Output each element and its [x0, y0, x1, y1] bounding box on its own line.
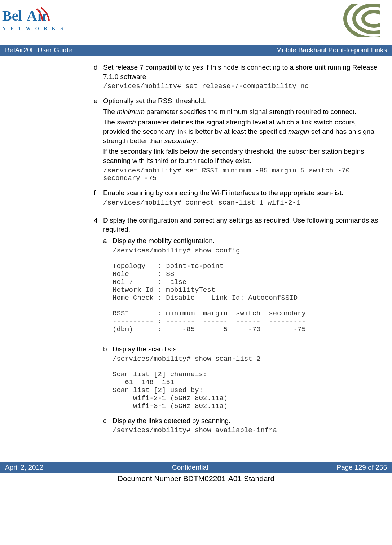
substep-a: a Display the mobility configuration. /s… — [103, 236, 385, 337]
document-number: Document Number BDTM02201-A01 Standard — [0, 473, 392, 483]
svg-point-5 — [354, 5, 385, 32]
footer-date: April 2, 2012 — [5, 463, 44, 471]
paragraph: If the secondary link falls below the se… — [103, 147, 385, 165]
text: Optionally set the RSSI threshold. — [103, 96, 385, 106]
substep-c: c Display the links detected by scanning… — [103, 416, 385, 438]
step-4: 4 Display the configuration and correct … — [94, 216, 385, 234]
step-d: d Set release 7 compatibility to yes if … — [94, 63, 385, 94]
code-block: /services/mobility# connect scan-list 1 … — [103, 199, 385, 207]
content-area: d Set release 7 compatibility to yes if … — [0, 56, 392, 448]
svg-text:Bel: Bel — [2, 8, 22, 24]
logo: Bel A ir N E T W O R K S — [0, 7, 67, 36]
svg-text:ir: ir — [38, 8, 48, 24]
text: Display the mobility configuration. — [113, 236, 385, 246]
doc-title-right: Mobile Backhaul Point-to-point Links — [276, 46, 387, 54]
svg-rect-7 — [380, 4, 385, 37]
text: Display the scan lists. — [113, 344, 385, 354]
text: Set release 7 compatibility to yes if th… — [103, 63, 377, 80]
code-block: /services/mobility# show available-infra — [113, 427, 385, 435]
code-block: /services/mobility# show config Topology… — [113, 247, 385, 334]
code-block: /services/mobility# set RSSI minimum -85… — [103, 167, 385, 183]
logo-networks-text: N E T W O R K S — [2, 26, 65, 31]
code-block: /services/mobility# show scan-list 2 Sca… — [113, 355, 385, 410]
step-f: f Enable scanning by connecting the Wi-F… — [94, 188, 385, 210]
item-marker: e — [94, 96, 103, 186]
svg-text:A: A — [27, 8, 37, 24]
item-marker: 4 — [94, 216, 103, 234]
code-block: /services/mobility# set release-7-compat… — [103, 83, 385, 91]
item-marker: c — [103, 416, 113, 438]
doc-title-left: BelAir20E User Guide — [5, 46, 72, 54]
header: Bel A ir N E T W O R K S — [0, 0, 392, 38]
paragraph: The minimum parameter specifies the mini… — [103, 107, 385, 117]
text: Display the links detected by scanning. — [113, 416, 385, 426]
item-marker: f — [94, 188, 103, 210]
step-e: e Optionally set the RSSI threshold. The… — [94, 96, 385, 186]
title-bar: BelAir20E User Guide Mobile Backhaul Poi… — [0, 45, 392, 56]
item-marker: b — [103, 344, 113, 414]
substep-b: b Display the scan lists. /services/mobi… — [103, 344, 385, 414]
text: Display the configuration and correct an… — [103, 216, 385, 234]
footer-page: Page 129 of 255 — [337, 463, 387, 471]
item-marker: a — [103, 236, 113, 337]
footer-confidential: Confidential — [172, 463, 208, 471]
paragraph: The switch parameter defines the signal … — [103, 118, 385, 145]
footer-bar: April 2, 2012 Confidential Page 129 of 2… — [0, 462, 392, 473]
header-decor-icon — [334, 4, 385, 38]
text: Enable scanning by connecting the Wi-Fi … — [103, 188, 385, 198]
item-marker: d — [94, 63, 103, 94]
